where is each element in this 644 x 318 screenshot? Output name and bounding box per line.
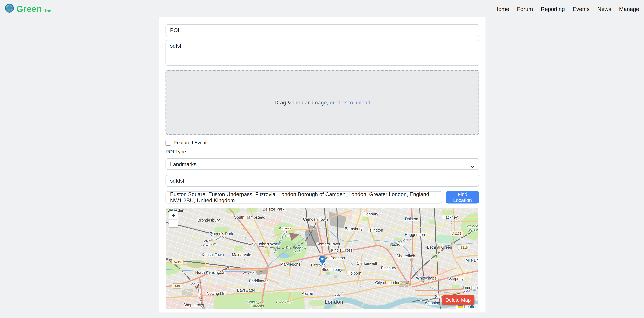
brand-name: Green [16, 4, 42, 14]
svg-text:B119: B119 [460, 246, 468, 249]
map-label: Maida Vale [232, 252, 251, 257]
map-label: King's Cross [331, 248, 353, 252]
map-label: Highbury [363, 212, 378, 216]
map-label: Paddington [249, 279, 269, 283]
map-label: Mile End [466, 258, 478, 262]
upload-link[interactable]: click to upload [336, 99, 370, 105]
zoom-control: + − [169, 211, 178, 228]
poi-form-card: POI sdfsf Drag & drop an image, or click… [159, 17, 486, 312]
map-label: London [324, 299, 343, 305]
map-label: Bethnal Green [427, 245, 452, 249]
map-label: Shoreditch [396, 254, 415, 258]
map-label: Bloomsbury [322, 267, 342, 272]
location-search-input[interactable]: Euston Square, Euston Underpass, Fitzrov… [166, 191, 442, 204]
map-label: Belsize Park [263, 208, 284, 211]
map-canvas: WillesdenBelsize ParkSouth HampsteadBron… [166, 208, 478, 309]
page: Green Inc HomeForumReportingEventsNewsMa… [0, 0, 644, 318]
map-label: Fitzrovia [311, 263, 326, 267]
map-label: Notting Hill [206, 291, 226, 296]
poi-tags-input[interactable]: sdfdsf [166, 175, 479, 187]
map-label: Wapping [425, 301, 440, 305]
poi-type-selected-value: Landmarks [170, 161, 196, 167]
map-label: Queen's Park [210, 231, 233, 236]
nav-item-home[interactable]: Home [494, 6, 509, 12]
map-label: Limehouse [463, 285, 478, 290]
map-label: Haggerston [405, 232, 425, 237]
map-label: Hyde Park [276, 300, 292, 304]
map-label: Mayfair [301, 291, 314, 296]
find-location-button[interactable]: Find Location [446, 191, 479, 204]
map-label: South Hampstead [234, 215, 265, 219]
main-nav: HomeForumReportingEventsNewsManage [494, 6, 639, 12]
poi-type-label: POI Type: [166, 149, 479, 154]
zoom-out-button[interactable]: − [169, 219, 178, 227]
map-label: Park [468, 228, 476, 232]
map-label: Kensal Town [202, 252, 224, 257]
road-badge: A219 [172, 259, 184, 264]
featured-event-label: Featured Event [174, 140, 206, 145]
map-label: Park [293, 250, 301, 254]
nav-item-manage[interactable]: Manage [619, 6, 639, 12]
map-label: The Regent's [285, 245, 306, 249]
nav-item-reporting[interactable]: Reporting [541, 6, 565, 12]
globe-icon [5, 4, 14, 15]
svg-text:A1205: A1205 [452, 232, 461, 235]
map-label: Kensington [247, 300, 264, 304]
poi-tags-value: sdfdsf [170, 178, 184, 184]
map-label: Finsbury [381, 266, 396, 270]
map-label: Whitechapel [416, 276, 438, 280]
map-label: Clerkenwell [357, 261, 377, 266]
map-label: Gardens [250, 304, 264, 308]
map-label: Islington [368, 228, 383, 232]
poi-name-input[interactable]: POI [166, 24, 479, 36]
map-label: Camden Town [303, 217, 328, 221]
poi-name-value: POI [170, 27, 179, 33]
chevron-down-icon [470, 163, 475, 169]
featured-event-checkbox[interactable] [166, 140, 171, 146]
road-badge: B119 [458, 245, 470, 250]
nav-item-news[interactable]: News [598, 6, 611, 12]
svg-text:A219: A219 [174, 260, 181, 264]
map-label: Marylebone [280, 262, 300, 266]
map-label: Victoria [466, 224, 478, 228]
nav-item-forum[interactable]: Forum [517, 6, 533, 12]
map-label: Stepney [449, 276, 464, 281]
location-row: Euston Square, Euston Underpass, Fitzrov… [166, 191, 479, 204]
map-label: Dalston [405, 217, 418, 221]
featured-event-row: Featured Event [166, 139, 479, 146]
map-label: Primrose [279, 227, 291, 230]
delete-map-button[interactable]: Delete Map [442, 295, 474, 305]
nav-item-events[interactable]: Events [573, 6, 590, 12]
svg-text:A40: A40 [174, 285, 180, 288]
map-label: Brondesbury [198, 218, 220, 222]
map-label: City of London [375, 280, 400, 285]
top-bar: Green Inc HomeForumReportingEventsNewsMa… [0, 0, 644, 18]
dropzone-prompt: Drag & drop an image, or [274, 99, 334, 105]
zoom-in-button[interactable]: + [169, 211, 178, 219]
image-dropzone[interactable]: Drag & drop an image, or click to upload [166, 70, 479, 135]
location-value: Euston Square, Euston Underpass, Fitzrov… [170, 191, 438, 204]
map-label: Holborn [348, 271, 361, 275]
poi-type-select[interactable]: Landmarks [166, 158, 479, 170]
road-badge: A1205 [450, 231, 464, 236]
brand-logo[interactable]: Green Inc [5, 4, 51, 15]
road-badge: A40 [172, 283, 182, 288]
map-label: Somers Town [316, 242, 340, 246]
poi-description-textarea[interactable]: sdfsf [166, 40, 479, 66]
leaflet-map[interactable]: WillesdenBelsize ParkSouth HampsteadBron… [166, 208, 478, 309]
map-label: Hackney [443, 215, 458, 219]
brand-suffix: Inc [45, 8, 51, 13]
map-label: Barnsbury [345, 227, 362, 231]
map-label: Bayswater [237, 288, 255, 292]
